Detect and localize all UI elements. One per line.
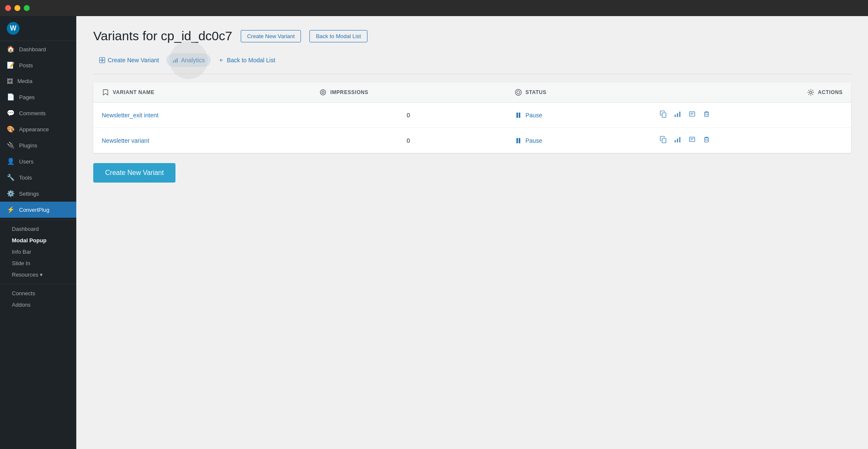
analytics-row-icon[interactable] [674,110,682,120]
table-row: Newsletter variant 0 Pause [93,128,851,153]
minimize-button[interactable] [14,5,20,11]
users-icon: 👤 [7,158,15,165]
sidebar-item-label: Comments [19,110,46,116]
title-bar [0,0,868,16]
header-create-new-variant-button[interactable]: Create New Variant [241,30,301,42]
sidebar-item-label: Users [19,158,33,165]
dashboard-icon: 🏠 [7,45,15,53]
back-to-modal-list-link[interactable]: Back to Modal List [212,53,281,67]
sidebar-sub-item-dashboard[interactable]: Dashboard [0,223,76,235]
svg-point-7 [322,91,324,93]
svg-rect-28 [679,137,680,143]
page-title: Variants for cp_id_dc0c7 [93,29,232,43]
pause-button[interactable]: Pause [515,137,643,144]
sidebar-item-pages[interactable]: 📄 Pages [0,89,76,105]
sidebar-item-label: Plugins [19,142,37,149]
impressions-cell: 0 [311,103,506,128]
table-row: Newsletter_exit intent 0 Pause [93,103,851,128]
sidebar-item-label: Tools [19,175,32,181]
create-new-variant-link[interactable]: Create New Variant [93,53,165,67]
sidebar-item-label: Dashboard [19,46,46,53]
svg-rect-5 [177,58,178,63]
comments-icon: 💬 [7,109,15,117]
variants-table: VARIANT NAME IMPRESSIONS [93,83,851,153]
actions-cell [651,103,851,128]
svg-rect-24 [519,138,520,143]
sidebar-item-label: Posts [19,62,33,69]
sidebar-item-settings[interactable]: ⚙️ Settings [0,186,76,202]
sidebar-item-comments[interactable]: 💬 Comments [0,105,76,121]
sidebar-item-label: ConvertPlug [19,207,50,213]
svg-rect-1 [100,60,104,60]
sidebar-sub-item-slide-in[interactable]: Slide In [0,258,76,269]
sidebar-sub-item-addons[interactable]: Addons [0,299,76,310]
analytics-icon [172,57,178,63]
settings-icon: ⚙️ [7,190,15,197]
plus-icon [99,57,105,63]
sidebar-item-plugins[interactable]: 🔌 Plugins [0,137,76,153]
gear-icon [807,89,815,96]
sidebar-sub-nav: Dashboard Modal Popup Info Bar Slide In … [0,222,76,282]
maximize-button[interactable] [24,5,30,11]
sidebar-nav: 🏠 Dashboard 📝 Posts 🖼 Media 📄 Pages 💬 Co… [0,41,76,218]
status-cell: Pause [506,103,651,128]
sidebar-item-tools[interactable]: 🔧 Tools [0,169,76,186]
sidebar-sub-item-connects[interactable]: Connects [0,288,76,299]
copy-icon[interactable] [659,110,667,120]
svg-point-6 [320,90,326,95]
svg-point-9 [517,91,520,94]
status-label: Pause [526,137,542,144]
analytics-spotlight: Analytics [167,53,211,67]
sidebar-item-appearance[interactable]: 🎨 Appearance [0,121,76,137]
svg-rect-29 [689,137,695,142]
sidebar-item-posts[interactable]: 📝 Posts [0,57,76,73]
status-cell: Pause [506,128,651,153]
svg-rect-15 [677,113,678,117]
close-button[interactable] [5,5,11,11]
sidebar-divider [0,219,76,220]
status-label: Pause [526,112,542,119]
sidebar-item-convertplug[interactable]: ⚡ ConvertPlug [0,202,76,218]
main-content: Variants for cp_id_dc0c7 Create New Vari… [76,16,868,449]
edit-icon[interactable] [688,110,696,120]
sidebar-item-label: Appearance [19,126,49,133]
sidebar-sub-item-modal-popup[interactable]: Modal Popup [0,235,76,246]
delete-icon[interactable] [703,136,710,145]
analytics-row-icon[interactable] [674,136,682,145]
delete-icon[interactable] [703,110,710,120]
sidebar-item-media[interactable]: 🖼 Media [0,73,76,89]
svg-rect-11 [516,112,518,118]
pause-icon [515,137,522,144]
svg-rect-23 [516,138,518,143]
svg-rect-14 [674,115,676,117]
bookmark-icon [102,89,109,96]
create-new-variant-button[interactable]: Create New Variant [93,163,175,183]
svg-point-8 [515,89,521,95]
svg-rect-4 [175,60,176,63]
copy-icon[interactable] [659,136,667,145]
sidebar-sub-item-info-bar[interactable]: Info Bar [0,246,76,258]
wordpress-icon: W [7,22,19,35]
eye-icon [319,89,327,96]
svg-rect-25 [662,138,666,143]
sidebar-item-users[interactable]: 👤 Users [0,153,76,169]
sidebar-bottom-nav: Connects Addons [0,286,76,312]
impressions-cell: 0 [311,128,506,153]
svg-rect-13 [662,113,666,117]
posts-icon: 📝 [7,61,15,69]
sidebar-sub-item-resources[interactable]: Resources ▾ [0,269,76,280]
col-actions: ACTIONS [651,83,851,103]
analytics-link[interactable]: Analytics [167,53,211,67]
header-back-to-modal-list-button[interactable]: Back to Modal List [309,30,367,42]
variant-name-cell: Newsletter_exit intent [93,103,311,128]
edit-icon[interactable] [688,136,696,145]
media-icon: 🖼 [7,78,13,85]
variant-name-link[interactable]: Newsletter variant [102,137,149,144]
sidebar-item-dashboard[interactable]: 🏠 Dashboard [0,41,76,57]
actions-cell [651,128,851,153]
chevron-down-icon: ▾ [40,272,43,278]
variant-name-cell: Newsletter variant [93,128,311,153]
pause-button[interactable]: Pause [515,111,643,119]
back-arrow-icon [218,57,224,63]
variant-name-link[interactable]: Newsletter_exit intent [102,112,159,119]
